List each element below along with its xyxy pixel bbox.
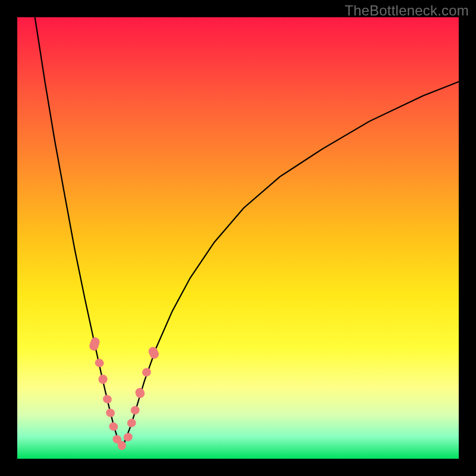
data-marker <box>147 346 160 361</box>
data-marker <box>108 421 119 432</box>
marker-group <box>88 336 160 450</box>
data-marker <box>123 432 134 443</box>
curve-left-branch <box>35 17 120 446</box>
data-marker <box>105 408 116 418</box>
data-marker <box>134 387 146 399</box>
data-marker <box>94 358 105 368</box>
chart-svg <box>17 17 459 459</box>
data-marker <box>88 336 101 352</box>
watermark-text: TheBottleneck.com <box>345 2 469 19</box>
chart-plot-area <box>17 17 459 459</box>
data-marker <box>130 405 141 415</box>
data-marker <box>97 374 108 385</box>
data-marker <box>126 418 137 428</box>
data-marker <box>102 394 113 405</box>
data-marker <box>141 367 152 378</box>
curve-right-branch <box>123 82 459 445</box>
